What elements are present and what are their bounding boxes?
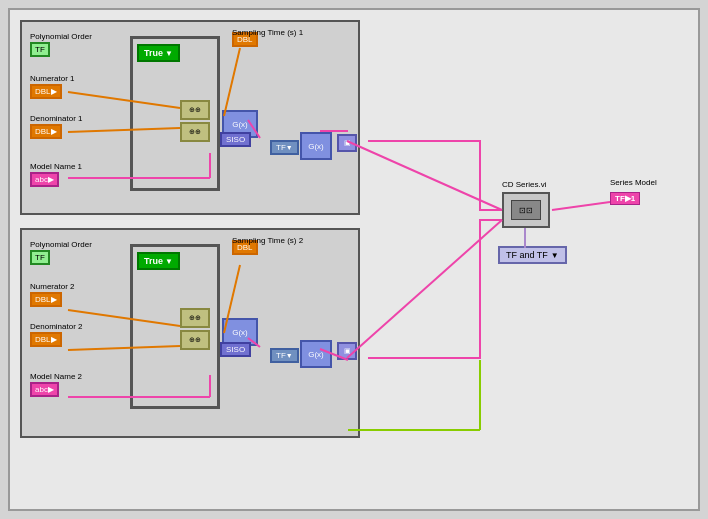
gx-block-1b[interactable]: G(x): [300, 132, 332, 160]
model-name-1-label: Model Name 1: [30, 162, 82, 171]
output-indicator-2[interactable]: ▣: [337, 342, 357, 360]
array-merge-2a[interactable]: ⊕⊕: [180, 308, 210, 328]
sampling-time-2-group: Sampling Time (s) 2 DBL: [232, 238, 258, 255]
poly-order-2-label: Polynomial Order: [30, 240, 92, 249]
top-panel: Polynomial Order TF Numerator 1 DBL▶ Den…: [20, 20, 360, 215]
tf-block-1[interactable]: TF▼: [270, 140, 299, 155]
poly-order-1-group: Polynomial Order TF: [30, 42, 50, 57]
numerator-1-group: Numerator 1 DBL▶: [30, 84, 62, 99]
poly-order-1-label: Polynomial Order: [30, 32, 92, 41]
series-model-terminal[interactable]: TF▶1: [610, 192, 640, 205]
output-indicator-1[interactable]: ▣: [337, 134, 357, 152]
svg-line-6: [552, 202, 610, 210]
main-canvas: Polynomial Order TF Numerator 1 DBL▶ Den…: [8, 8, 700, 511]
tf-label-1: TF: [276, 143, 286, 152]
tf-and-tf-arrow[interactable]: ▼: [551, 251, 559, 260]
series-model-group: Series Model TF▶1: [610, 180, 640, 205]
denominator-1-terminal[interactable]: DBL▶: [30, 124, 62, 139]
cd-series-group: CD Series.vi ⊡⊡: [502, 192, 550, 228]
tf-and-tf-dropdown[interactable]: TF and TF ▼: [498, 246, 567, 264]
siso-block-2[interactable]: SISO: [220, 342, 251, 357]
sampling-time-2-label: Sampling Time (s) 2: [232, 236, 303, 245]
bottom-panel: Polynomial Order TF Numerator 2 DBL▶ Den…: [20, 228, 360, 438]
cd-series-inner: ⊡⊡: [511, 200, 541, 220]
tf-and-tf-label: TF and TF: [506, 250, 548, 260]
cd-series-label: CD Series.vi: [502, 180, 546, 189]
poly-order-2-terminal[interactable]: TF: [30, 250, 50, 265]
model-name-2-group: Model Name 2 abc▶: [30, 382, 59, 397]
svg-line-5: [347, 220, 502, 358]
denominator-2-terminal[interactable]: DBL▶: [30, 332, 62, 347]
model-name-2-label: Model Name 2: [30, 372, 82, 381]
model-name-1-terminal[interactable]: abc▶: [30, 172, 59, 187]
poly-order-1-terminal[interactable]: TF: [30, 42, 50, 57]
cd-series-block[interactable]: ⊡⊡: [502, 192, 550, 228]
denominator-1-label: Denominator 1: [30, 114, 82, 123]
array-merge-1a[interactable]: ⊕⊕: [180, 100, 210, 120]
array-merge-2b[interactable]: ⊕⊕: [180, 330, 210, 350]
tf-dropdown-1[interactable]: ▼: [286, 144, 293, 151]
denominator-1-group: Denominator 1 DBL▶: [30, 124, 62, 139]
denominator-2-label: Denominator 2: [30, 322, 82, 331]
series-model-label: Series Model: [610, 178, 657, 187]
denominator-2-group: Denominator 2 DBL▶: [30, 332, 62, 347]
sampling-time-1-label: Sampling Time (s) 1: [232, 28, 303, 37]
numerator-1-terminal[interactable]: DBL▶: [30, 84, 62, 99]
siso-block-1[interactable]: SISO: [220, 132, 251, 147]
model-name-2-terminal[interactable]: abc▶: [30, 382, 59, 397]
numerator-2-label: Numerator 2: [30, 282, 74, 291]
model-name-1-group: Model Name 1 abc▶: [30, 172, 59, 187]
array-merge-1b[interactable]: ⊕⊕: [180, 122, 210, 142]
numerator-2-group: Numerator 2 DBL▶: [30, 292, 62, 307]
gx-block-2b[interactable]: G(x): [300, 340, 332, 368]
numerator-2-terminal[interactable]: DBL▶: [30, 292, 62, 307]
svg-line-4: [347, 141, 502, 210]
numerator-1-label: Numerator 1: [30, 74, 74, 83]
sampling-time-1-group: Sampling Time (s) 1 DBL: [232, 30, 258, 47]
tf-dropdown-2[interactable]: ▼: [286, 352, 293, 359]
tf-block-2[interactable]: TF▼: [270, 348, 299, 363]
tf-label-2: TF: [276, 351, 286, 360]
poly-order-2-group: Polynomial Order TF: [30, 250, 50, 265]
